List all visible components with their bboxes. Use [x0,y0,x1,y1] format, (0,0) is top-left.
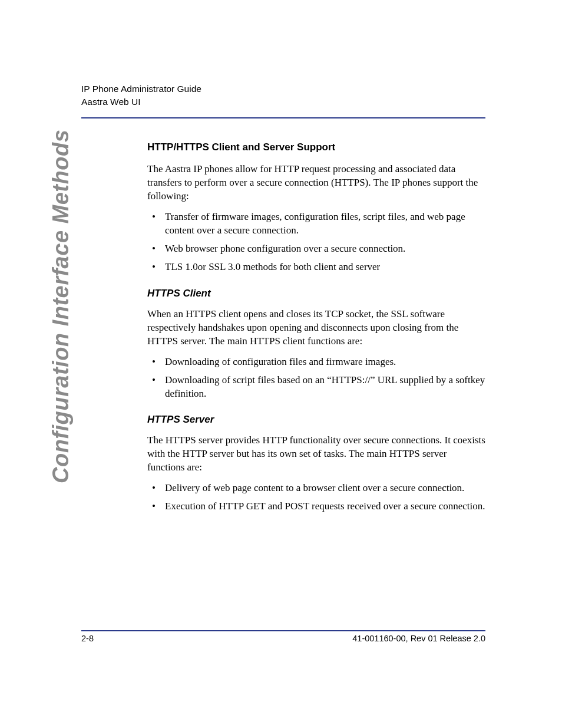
page-footer: 2-8 41-001160-00, Rev 01 Release 2.0 [81,630,485,643]
section-heading-http-support: HTTP/HTTPS Client and Server Support [147,141,485,154]
footer-page-number: 2-8 [81,634,94,643]
header-line-1: IP Phone Administrator Guide [81,83,485,95]
page-area: IP Phone Administrator Guide Aastra Web … [81,83,485,645]
section3-intro: The HTTPS server provides HTTP functiona… [147,434,485,475]
footer-rule [81,630,485,631]
section2-bullets: Downloading of configuration files and f… [147,355,485,401]
header-rule [81,117,485,118]
list-item: Execution of HTTP GET and POST requests … [147,500,485,513]
section3-bullets: Delivery of web page content to a browse… [147,482,485,513]
section-heading-https-server: HTTPS Server [147,413,485,427]
list-item: Transfer of firmware images, configurati… [147,210,485,238]
list-item: Downloading of configuration files and f… [147,355,485,369]
section2-intro: When an HTTPS client opens and closes it… [147,308,485,348]
footer-doc-id: 41-001160-00, Rev 01 Release 2.0 [352,634,485,643]
page-header: IP Phone Administrator Guide Aastra Web … [81,83,485,114]
list-item: Downloading of script files based on an … [147,374,485,401]
list-item: TLS 1.0or SSL 3.0 methods for both clien… [147,261,485,274]
section1-bullets: Transfer of firmware images, configurati… [147,210,485,274]
header-line-2: Aastra Web UI [81,95,485,108]
section1-intro: The Aastra IP phones allow for HTTP requ… [147,163,485,203]
side-section-label: Configuration Interface Methods [48,130,74,483]
list-item: Web browser phone configuration over a s… [147,242,485,256]
section-heading-https-client: HTTPS Client [147,287,485,301]
list-item: Delivery of web page content to a browse… [147,482,485,495]
main-content: HTTP/HTTPS Client and Server Support The… [147,141,485,513]
